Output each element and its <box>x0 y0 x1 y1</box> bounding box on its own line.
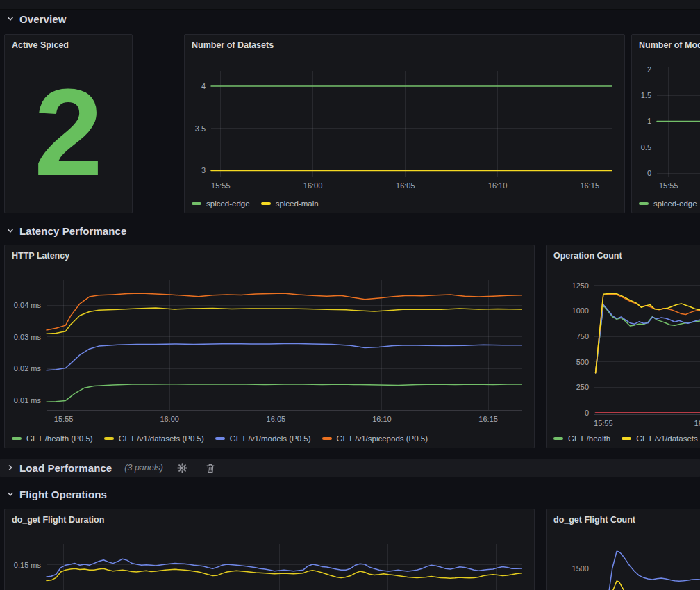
stat-value: 2 <box>5 53 132 213</box>
svg-text:0.03 ms: 0.03 ms <box>14 333 42 341</box>
svg-text:1000: 1000 <box>572 306 589 315</box>
svg-text:16:05: 16:05 <box>267 415 286 423</box>
legend-item[interactable]: GET /health <box>553 434 610 443</box>
section-header-flight-operations[interactable]: Flight Operations <box>6 486 107 502</box>
chart-do-get-flight-count[interactable]: 1500 <box>547 530 700 590</box>
section-title: Flight Operations <box>19 489 107 500</box>
legend-swatch <box>104 437 114 440</box>
legend-label: spiced-edge <box>206 199 250 208</box>
svg-text:16:00: 16:00 <box>694 419 700 427</box>
chevron-down-icon <box>6 226 15 236</box>
legend-label: GET /v1/datasets (P0.5) <box>119 434 204 443</box>
legend-label: GET /v1/models (P0.5) <box>230 434 311 443</box>
panel-operation-count: Operation Count 15:5516:0016:05125010007… <box>546 245 700 448</box>
chevron-down-icon <box>6 489 15 499</box>
legend-swatch <box>192 202 201 205</box>
legend-swatch <box>622 437 631 440</box>
panel-do-get-flight-count: do_get Flight Count 1500 <box>546 509 700 590</box>
panel-number-of-models: Number of Models 15:5516:0016:0516:1016:… <box>631 34 700 213</box>
section-title: Load Performance <box>19 462 112 474</box>
panel-title[interactable]: HTTP Latency <box>5 245 534 266</box>
legend: GET /healthGET /v1/datasets <box>547 429 700 448</box>
panel-title[interactable]: Number of Models <box>632 35 700 56</box>
svg-text:0.02 ms: 0.02 ms <box>14 364 42 372</box>
panel-title[interactable]: Operation Count <box>547 245 700 266</box>
section-panel-count: (3 panels) <box>124 463 163 473</box>
legend-swatch <box>215 437 225 440</box>
legend-item[interactable]: GET /v1/models (P0.5) <box>215 434 311 443</box>
svg-text:15:55: 15:55 <box>594 419 613 427</box>
legend-item[interactable]: GET /v1/datasets <box>622 434 698 443</box>
chart-do-get-flight-duration[interactable]: 0.15 ms <box>5 530 534 590</box>
svg-text:15:55: 15:55 <box>54 415 74 423</box>
svg-text:0: 0 <box>585 409 589 417</box>
svg-text:0: 0 <box>647 169 651 177</box>
legend-item[interactable]: spiced-edge <box>192 199 250 208</box>
svg-text:750: 750 <box>576 332 589 341</box>
legend-item[interactable]: GET /v1/datasets (P0.5) <box>104 434 204 443</box>
legend-label: spiced-main <box>276 199 319 208</box>
panel-title[interactable]: Number of Datasets <box>185 35 624 56</box>
svg-text:16:05: 16:05 <box>396 181 415 190</box>
legend-item[interactable]: spiced-edge <box>639 199 697 208</box>
svg-text:0.15 ms: 0.15 ms <box>14 561 42 569</box>
svg-text:2: 2 <box>647 65 651 74</box>
legend: spiced-edgespiced-main <box>185 195 624 213</box>
chevron-right-icon <box>6 463 15 473</box>
svg-text:3: 3 <box>201 166 206 174</box>
svg-text:1250: 1250 <box>572 281 589 290</box>
legend-label: GET /v1/datasets <box>636 434 698 443</box>
panel-active-spiced: Active Spiced 2 <box>4 34 133 213</box>
legend: GET /health (P0.5)GET /v1/datasets (P0.5… <box>5 429 534 448</box>
svg-text:3.5: 3.5 <box>195 124 206 133</box>
svg-text:15:55: 15:55 <box>659 181 678 190</box>
legend-swatch <box>639 202 649 205</box>
svg-text:15:55: 15:55 <box>211 181 231 190</box>
legend-swatch <box>322 437 332 440</box>
section-header-overview[interactable]: Overview <box>6 10 67 27</box>
chart-number-of-datasets[interactable]: 15:5516:0016:0516:1016:1543.53 <box>185 56 624 195</box>
svg-text:0.04 ms: 0.04 ms <box>14 301 42 309</box>
gear-icon <box>177 463 188 473</box>
section-title: Overview <box>19 13 67 25</box>
panel-title[interactable]: do_get Flight Count <box>547 509 700 530</box>
legend-swatch <box>261 202 271 205</box>
trash-icon <box>206 463 215 473</box>
section-header-latency-performance[interactable]: Latency Performance <box>6 222 126 239</box>
svg-text:16:00: 16:00 <box>303 181 323 190</box>
svg-text:16:10: 16:10 <box>372 415 392 423</box>
legend-swatch <box>553 437 563 440</box>
row-settings-button[interactable] <box>177 462 188 473</box>
legend-item[interactable]: GET /v1/spicepods (P0.5) <box>322 434 428 443</box>
svg-text:1: 1 <box>647 117 651 125</box>
legend-label: GET /health (P0.5) <box>26 434 93 443</box>
panel-title[interactable]: do_get Flight Duration <box>5 509 534 530</box>
legend-label: spiced-edge <box>653 199 697 208</box>
panel-number-of-datasets: Number of Datasets 15:5516:0016:0516:101… <box>184 34 625 213</box>
svg-text:0.5: 0.5 <box>641 143 651 151</box>
svg-text:250: 250 <box>576 383 589 391</box>
section-title: Latency Performance <box>19 225 126 237</box>
chevron-down-icon <box>6 14 15 24</box>
legend-swatch <box>12 437 22 440</box>
section-header-load-performance[interactable]: Load Performance (3 panels) <box>6 459 216 476</box>
row-delete-button[interactable] <box>205 462 216 473</box>
chart-number-of-models[interactable]: 15:5516:0016:0516:1016:1521.510.50 <box>632 56 700 195</box>
panel-do-get-flight-duration: do_get Flight Duration 0.15 ms <box>4 509 535 590</box>
chart-operation-count[interactable]: 15:5516:0016:05125010007505002500 <box>547 266 700 428</box>
svg-text:0.01 ms: 0.01 ms <box>14 396 42 404</box>
legend-label: GET /health <box>568 434 610 443</box>
svg-text:1500: 1500 <box>572 564 589 573</box>
svg-text:500: 500 <box>576 358 589 366</box>
svg-text:16:15: 16:15 <box>478 415 498 423</box>
svg-text:1.5: 1.5 <box>641 91 651 99</box>
svg-text:16:15: 16:15 <box>580 181 599 190</box>
panel-http-latency: HTTP Latency 15:5516:0016:0516:1016:150.… <box>4 245 535 448</box>
legend-item[interactable]: spiced-main <box>261 199 319 208</box>
legend: spiced-edge <box>632 195 700 213</box>
legend-item[interactable]: GET /health (P0.5) <box>12 434 93 443</box>
svg-text:16:00: 16:00 <box>160 415 179 423</box>
chart-http-latency[interactable]: 15:5516:0016:0516:1016:150.04 ms0.03 ms0… <box>5 266 534 428</box>
legend-label: GET /v1/spicepods (P0.5) <box>337 434 428 443</box>
svg-text:4: 4 <box>201 82 206 90</box>
